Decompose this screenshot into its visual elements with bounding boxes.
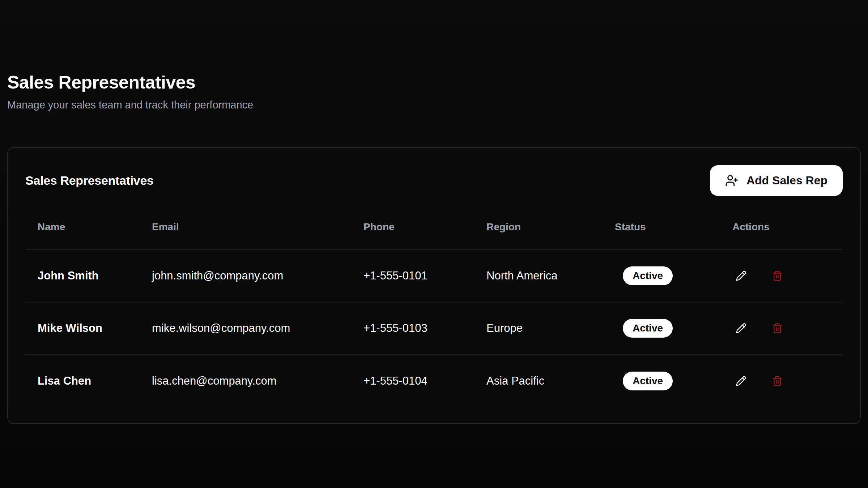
status-badge: Active [623, 372, 673, 390]
column-header-actions: Actions [720, 221, 843, 233]
status-badge: Active [623, 266, 673, 285]
column-header-region: Region [474, 221, 603, 233]
rep-name: Lisa Chen [25, 374, 140, 388]
actions-cell [720, 372, 843, 390]
trash-icon [772, 323, 783, 334]
edit-button[interactable] [732, 372, 750, 390]
user-plus-icon [725, 174, 739, 187]
delete-button[interactable] [769, 372, 786, 390]
actions-cell [720, 267, 843, 284]
page-subtitle: Manage your sales team and track their p… [7, 99, 861, 111]
actions-cell [720, 320, 843, 337]
delete-button[interactable] [769, 320, 786, 337]
sales-reps-table: Name Email Phone Region Status Actions J… [25, 205, 843, 407]
table-header-row: Name Email Phone Region Status Actions [25, 205, 843, 250]
page: Sales Representatives Manage your sales … [0, 0, 868, 424]
rep-email: mike.wilson@company.com [140, 322, 351, 335]
rep-phone: +1-555-0104 [351, 374, 474, 388]
column-header-name: Name [25, 221, 140, 233]
column-header-email: Email [140, 221, 351, 233]
trash-icon [772, 270, 783, 281]
rep-region: North America [474, 269, 603, 282]
edit-button[interactable] [732, 320, 750, 337]
status-badge: Active [623, 319, 673, 338]
rep-name: John Smith [25, 269, 140, 282]
column-header-status: Status [603, 221, 720, 233]
pencil-icon [736, 270, 746, 281]
rep-region: Asia Pacific [474, 374, 603, 388]
pencil-icon [736, 323, 746, 334]
delete-button[interactable] [769, 267, 786, 284]
sales-reps-card: Sales Representatives Add Sales Rep Name… [7, 147, 861, 424]
pencil-icon [736, 376, 746, 386]
table-row: Lisa Chen lisa.chen@company.com +1-555-0… [25, 355, 843, 407]
add-sales-rep-label: Add Sales Rep [746, 174, 827, 187]
add-sales-rep-button[interactable]: Add Sales Rep [710, 165, 843, 196]
card-header: Sales Representatives Add Sales Rep [25, 165, 843, 196]
page-title: Sales Representatives [7, 72, 861, 93]
rep-email: john.smith@company.com [140, 269, 351, 282]
table-row: Mike Wilson mike.wilson@company.com +1-5… [25, 303, 843, 355]
rep-region: Europe [474, 322, 603, 335]
rep-name: Mike Wilson [25, 322, 140, 335]
trash-icon [772, 376, 783, 386]
rep-phone: +1-555-0101 [351, 269, 474, 282]
table-row: John Smith john.smith@company.com +1-555… [25, 250, 843, 303]
column-header-phone: Phone [351, 221, 474, 233]
edit-button[interactable] [732, 267, 750, 284]
rep-email: lisa.chen@company.com [140, 374, 351, 388]
rep-phone: +1-555-0103 [351, 322, 474, 335]
card-title: Sales Representatives [25, 174, 154, 188]
